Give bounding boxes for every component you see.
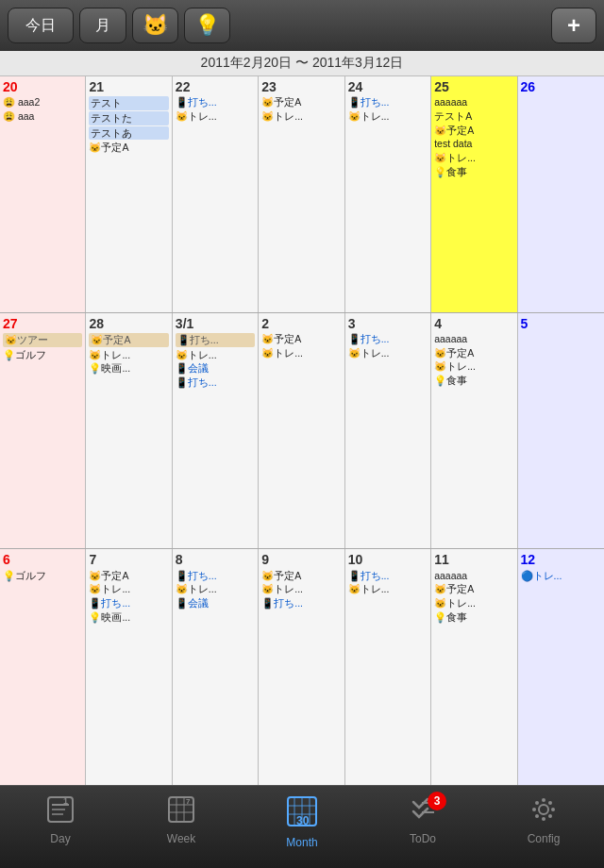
event-item: 🐱予定A (89, 333, 168, 347)
cell-mar4[interactable]: 4 aaaaaa 🐱予定A 🐱トレ... 💡食事 (431, 313, 517, 549)
event-item: 😩 aaa (3, 109, 82, 124)
calendar-grid: 20 😩 aaa2 😩 aaa 21 テスト テストた テストあ 🐱予定A 22… (0, 76, 604, 786)
event-item: 💡映画... (89, 610, 168, 625)
event-item: 📱打ち... (348, 569, 428, 583)
event-item: 🐱予定A (89, 141, 168, 155)
event-item: aaaaaa (434, 95, 513, 109)
tab-day[interactable]: 1 Day (0, 792, 121, 845)
svg-point-20 (539, 805, 548, 814)
svg-point-21 (542, 798, 545, 802)
day-number: 24 (348, 78, 428, 95)
day-number: 3 (348, 315, 428, 332)
event-item: 💡食事 (434, 610, 513, 625)
day-number: 4 (434, 315, 513, 332)
cell-feb27[interactable]: 27 🐱ツアー 💡ゴルフ (0, 313, 86, 549)
day-number: 20 (3, 78, 82, 95)
config-tab-icon (529, 795, 558, 830)
event-item: 🐱予定A (261, 332, 341, 346)
svg-text:30: 30 (296, 814, 310, 827)
tab-month[interactable]: 30 Month (242, 792, 362, 849)
todo-badge: 3 (428, 792, 446, 810)
event-item: 💡食事 (434, 374, 513, 388)
month-button[interactable]: 月 (79, 8, 126, 43)
tab-month-label: Month (286, 836, 317, 849)
svg-point-28 (535, 814, 539, 818)
event-item: 🐱トレ... (176, 109, 255, 124)
day-number: 25 (434, 78, 513, 95)
svg-point-24 (551, 808, 555, 811)
cell-mar1[interactable]: 3/1 📱打ち... 🐱トレ... 📱会議 📱打ち... (173, 313, 259, 549)
day-number: 3/1 (176, 315, 255, 332)
day-number: 10 (348, 551, 428, 568)
tab-config[interactable]: Config (483, 792, 604, 845)
cell-feb20[interactable]: 20 😩 aaa2 😩 aaa (0, 76, 86, 312)
event-item: 💡ゴルフ (3, 569, 82, 583)
event-item: 🐱予定A (434, 346, 513, 360)
cell-mar10[interactable]: 10 📱打ち... 🐱トレ... (345, 549, 431, 785)
tab-week-label: Week (167, 832, 195, 845)
cat-icon-button[interactable]: 🐱 (132, 8, 178, 43)
event-item: 📱打ち... (176, 95, 255, 109)
cell-mar11[interactable]: 11 aaaaaa 🐱予定A 🐱トレ... 💡食事 (431, 549, 517, 785)
event-item: 📱打ち... (176, 333, 255, 347)
event-item: 🐱トレ... (348, 109, 428, 124)
day-number: 11 (434, 551, 513, 568)
cell-mar12[interactable]: 12 🔵トレ... (518, 549, 604, 785)
event-item: 🐱予定A (261, 569, 341, 583)
day-number: 2 (261, 315, 341, 332)
day-tab-icon: 1 (46, 795, 75, 830)
svg-text:7: 7 (186, 797, 191, 806)
cell-mar3[interactable]: 3 📱打ち... 🐱トレ... (345, 313, 431, 549)
svg-point-26 (548, 814, 552, 818)
tab-bar: 1 Day 7 Week (0, 785, 604, 868)
event-item: テストあ (89, 126, 168, 141)
event-item: 🐱トレ... (176, 582, 255, 596)
svg-point-23 (532, 808, 536, 811)
event-item: aaaaaa (434, 569, 513, 583)
week-tab-icon: 7 (167, 795, 195, 830)
cell-feb23[interactable]: 23 🐱予定A 🐱トレ... (259, 76, 344, 312)
cell-mar5[interactable]: 5 (518, 313, 604, 549)
bulb-icon-button[interactable]: 💡 (184, 8, 230, 43)
cell-mar2[interactable]: 2 🐱予定A 🐱トレ... (259, 313, 344, 549)
cell-feb24[interactable]: 24 📱打ち... 🐱トレ... (345, 76, 431, 312)
event-item: 🐱トレ... (348, 346, 428, 360)
add-button[interactable]: + (551, 8, 596, 43)
day-number: 23 (261, 78, 341, 95)
day-number: 21 (89, 78, 168, 95)
todo-badge-container: 3 (409, 795, 437, 830)
cell-feb21[interactable]: 21 テスト テストた テストあ 🐱予定A (86, 76, 172, 312)
event-item: 🐱予定A (89, 569, 168, 583)
cell-mar9[interactable]: 9 🐱予定A 🐱トレ... 📱打ち... (259, 549, 344, 785)
event-item: test data (434, 137, 513, 151)
today-button[interactable]: 今日 (8, 8, 74, 43)
date-range-header: 2011年2月20日 〜 2011年3月12日 (0, 51, 604, 76)
tab-config-label: Config (528, 832, 561, 845)
top-bar: 今日 月 🐱 💡 + (0, 0, 604, 51)
event-item: 🐱予定A (261, 95, 341, 109)
event-item: 📱会議 (176, 596, 255, 610)
event-item: 🐱トレ... (434, 359, 513, 374)
event-item: 📱打ち... (176, 569, 255, 583)
event-item: 💡映画... (89, 361, 168, 376)
cell-feb22[interactable]: 22 📱打ち... 🐱トレ... (173, 76, 259, 312)
day-number: 22 (176, 78, 255, 95)
event-item: 📱打ち... (89, 596, 168, 610)
day-number: 9 (261, 551, 341, 568)
cell-feb26[interactable]: 26 (518, 76, 604, 312)
event-item: aaaaaa (434, 332, 513, 346)
event-item: 🐱予定A (434, 582, 513, 596)
calendar-area: 20 😩 aaa2 😩 aaa 21 テスト テストた テストあ 🐱予定A 22… (0, 76, 604, 786)
event-item: テストA (434, 109, 513, 124)
cell-feb28[interactable]: 28 🐱予定A 🐱トレ... 💡映画... (86, 313, 172, 549)
svg-text:1: 1 (63, 796, 68, 806)
cell-mar8[interactable]: 8 📱打ち... 🐱トレ... 📱会議 (173, 549, 259, 785)
cell-mar7[interactable]: 7 🐱予定A 🐱トレ... 📱打ち... 💡映画... (86, 549, 172, 785)
cell-mar6[interactable]: 6 💡ゴルフ (0, 549, 86, 785)
tab-week[interactable]: 7 Week (121, 792, 242, 845)
cell-feb25[interactable]: 25 aaaaaa テストA 🐱予定A test data 🐱トレ... 💡食事 (431, 76, 517, 312)
event-item: 🐱トレ... (434, 151, 513, 165)
tab-todo[interactable]: 3 ToDo (362, 792, 483, 845)
event-item: 🐱トレ... (261, 346, 341, 360)
event-item: 💡食事 (434, 165, 513, 179)
